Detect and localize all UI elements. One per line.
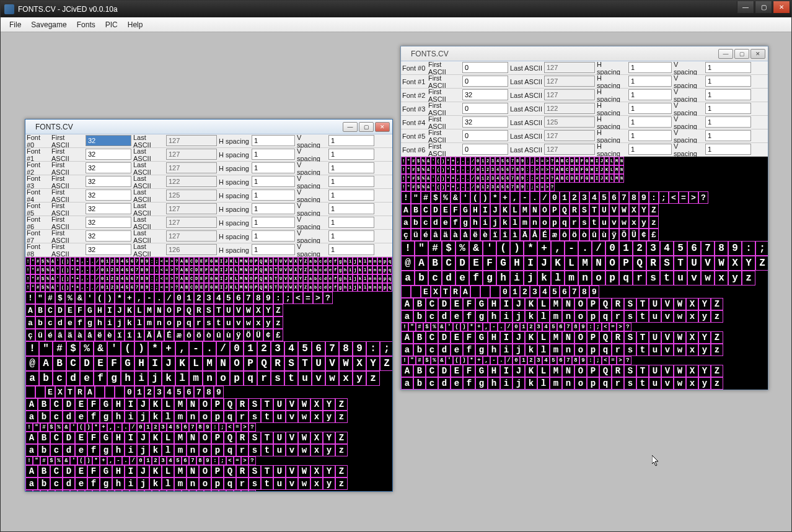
glyph-cell[interactable]: ( [77,490,85,491]
glyph-cell[interactable]: a [308,283,313,292]
glyph-cell[interactable]: Y [323,398,335,411]
glyph-cell[interactable]: m [174,411,187,423]
glyph-cell[interactable]: V [286,432,298,444]
glyph-cell[interactable]: Å [530,229,540,241]
glyph-cell[interactable]: 8 [515,183,520,191]
glyph-cell[interactable]: v [687,271,701,286]
glyph-cell[interactable]: v [234,316,244,329]
glyph-cell[interactable]: E [451,331,463,344]
glyph-cell[interactable]: > [617,356,624,365]
glyph-cell[interactable]: U [224,304,234,316]
glyph-cell[interactable]: X [293,266,298,274]
glyph-cell[interactable]: 9 [263,292,273,304]
glyph-cell[interactable]: o [377,257,382,266]
glyph-cell[interactable]: . [578,241,592,256]
glyph-cell[interactable]: ) [441,174,446,183]
glyph-cell[interactable]: V [661,298,674,310]
glyph-cell[interactable]: C [189,274,194,283]
glyph-cell[interactable]: L [234,257,239,266]
glyph-cell[interactable]: : [587,323,594,331]
glyph-cell[interactable]: Q [224,398,236,411]
glyph-cell[interactable]: R [271,356,284,371]
glyph-cell[interactable]: < [226,423,234,432]
glyph-cell[interactable]: a [25,411,38,423]
glyph-cell[interactable]: ; [154,274,159,283]
glyph-cell[interactable]: < [293,292,303,304]
glyph-cell[interactable]: . [90,266,95,274]
glyph-cell[interactable]: X [310,432,323,444]
glyph-cell[interactable]: ö [194,329,204,341]
glyph-cell[interactable]: = [164,257,169,266]
glyph-cell[interactable]: # [411,174,416,183]
glyph-cell[interactable]: q [224,444,236,456]
glyph-cell[interactable]: n [530,216,540,229]
glyph-cell[interactable]: , [80,283,85,292]
glyph-cell[interactable]: w [244,316,253,329]
glyph-cell[interactable]: F [87,465,100,477]
glyph-cell[interactable]: P [211,398,224,411]
glyph-cell[interactable]: f [87,444,100,456]
glyph-cell[interactable]: + [451,174,455,183]
glyph-cell[interactable]: . [90,283,95,292]
glyph-cell[interactable]: b [38,411,50,423]
glyph-cell[interactable]: N [619,174,624,183]
glyph-cell[interactable]: I [480,204,490,216]
glyph-cell[interactable]: V [283,257,288,266]
glyph-cell[interactable]: h [343,257,348,266]
if-close-button[interactable]: ✕ [750,49,765,59]
glyph-cell[interactable]: . [465,183,470,191]
glyph-cell[interactable]: N [154,304,164,316]
glyph-cell[interactable]: " [415,241,428,256]
glyph-cell[interactable]: l [162,477,174,490]
glyph-cell[interactable]: n [372,257,377,266]
glyph-cell[interactable]: ( [60,274,65,283]
glyph-cell[interactable]: + [500,191,510,204]
glyph-cell[interactable]: C [189,283,194,292]
glyph-cell[interactable]: r [612,344,624,356]
glyph-cell[interactable]: k [537,271,551,286]
glyph-cell[interactable]: ) [85,423,92,432]
glyph-cell[interactable]: o [199,411,211,423]
glyph-cell[interactable]: < [159,274,164,283]
glyph-cell[interactable]: Z [711,331,723,344]
glyph-cell[interactable]: G [475,365,488,377]
glyph-cell[interactable]: & [75,292,85,304]
glyph-cell[interactable]: ( [496,241,510,256]
glyph-cell[interactable]: 2 [527,356,535,365]
glyph-cell[interactable]: o [199,477,211,490]
glyph-cell[interactable]: V [661,365,674,377]
glyph-cell[interactable]: ÿ [609,229,619,241]
glyph-cell[interactable]: L [162,432,174,444]
glyph-cell[interactable]: B [35,304,45,316]
glyph-cell[interactable]: M [550,331,562,344]
glyph-cell[interactable]: / [470,183,475,191]
glyph-cell[interactable]: 4 [214,292,224,304]
glyph-cell[interactable]: O [199,398,211,411]
glyph-cell[interactable]: 4 [284,341,298,356]
glyph-cell[interactable]: : [525,174,530,183]
glyph-cell[interactable]: 7 [570,286,579,298]
glyph-cell[interactable]: ' [431,174,436,183]
glyph-cell[interactable]: C [442,256,455,271]
glyph-cell[interactable]: y [698,310,711,323]
glyph-cell[interactable]: b [415,271,428,286]
glyph-cell[interactable]: ! [401,356,408,365]
glyph-cell[interactable]: M [520,204,530,216]
glyph-cell[interactable]: B [560,157,565,165]
glyph-cell[interactable]: I [219,266,224,274]
glyph-cell[interactable]: ( [453,356,460,365]
glyph-cell[interactable]: W [298,398,310,411]
glyph-cell[interactable]: . [498,323,505,331]
glyph-cell[interactable]: ô [560,229,570,241]
last-ascii-input[interactable] [166,230,217,242]
glyph-cell[interactable]: . [465,157,470,165]
glyph-cell[interactable]: Q [258,266,263,274]
glyph-cell[interactable]: e [451,377,463,390]
glyph-cell[interactable]: g [100,444,112,456]
glyph-cell[interactable]: p [382,257,387,266]
glyph-cell[interactable]: ( [436,157,441,165]
glyph-cell[interactable]: ; [154,283,159,292]
v-spacing-input[interactable] [328,244,374,255]
glyph-cell[interactable]: Z [711,298,723,310]
glyph-cell[interactable]: D [438,365,451,377]
